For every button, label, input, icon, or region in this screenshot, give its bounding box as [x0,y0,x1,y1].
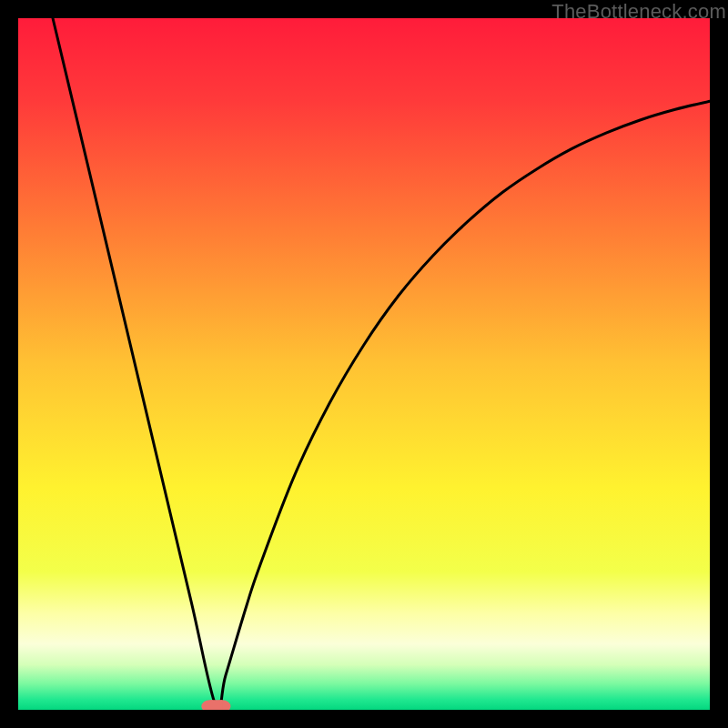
chart-frame [18,18,710,710]
chart-svg [18,18,710,710]
minimum-marker [201,700,230,710]
watermark-text: TheBottleneck.com [551,0,726,24]
svg-rect-2 [209,700,222,710]
chart-background [18,18,710,710]
